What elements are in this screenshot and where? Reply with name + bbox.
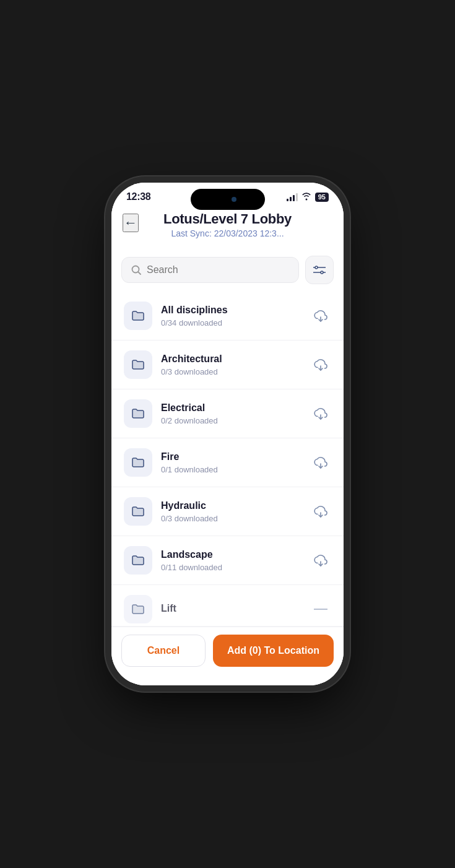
discipline-name: Fire	[161, 451, 301, 464]
download-button[interactable]	[310, 354, 331, 375]
discipline-folder-icon-wrapper	[124, 595, 152, 623]
status-bar: 12:38 95	[111, 183, 344, 206]
more-icon	[314, 608, 327, 610]
bottom-bar: Cancel Add (0) To Location	[111, 627, 344, 685]
download-cloud-icon	[312, 454, 329, 471]
header: ← Lotus/Level 7 Lobby Last Sync: 22/03/2…	[111, 206, 344, 248]
discipline-name: Hydraulic	[161, 500, 301, 513]
folder-icon	[131, 455, 145, 470]
folder-icon	[131, 357, 145, 372]
discipline-name: Lift	[161, 602, 301, 615]
download-button[interactable]	[310, 403, 331, 424]
screen: 12:38 95	[111, 183, 344, 685]
discipline-count: 0/3 downloaded	[161, 514, 301, 523]
folder-icon	[131, 504, 145, 519]
signal-bars-icon	[287, 193, 298, 201]
download-button[interactable]	[310, 452, 331, 473]
list-item[interactable]: Landscape 0/11 downloaded	[111, 536, 344, 585]
discipline-info: Electrical 0/2 downloaded	[161, 402, 301, 425]
download-button[interactable]	[310, 599, 331, 620]
folder-icon	[131, 406, 145, 421]
discipline-folder-icon-wrapper	[124, 546, 152, 575]
discipline-list: All disciplines 0/34 downloaded	[111, 292, 344, 627]
folder-icon	[131, 553, 145, 568]
discipline-folder-icon-wrapper	[124, 448, 152, 477]
download-button[interactable]	[310, 550, 331, 571]
phone-frame: 12:38 95	[111, 183, 344, 685]
filter-icon	[313, 265, 326, 275]
status-time: 12:38	[126, 191, 150, 202]
search-container	[111, 248, 344, 292]
discipline-info: Fire 0/1 downloaded	[161, 451, 301, 474]
discipline-info: Hydraulic 0/3 downloaded	[161, 500, 301, 523]
discipline-folder-icon-wrapper	[124, 350, 152, 379]
dynamic-island	[191, 189, 265, 210]
search-icon	[131, 264, 142, 276]
discipline-info: Lift	[161, 602, 301, 617]
discipline-name: Electrical	[161, 402, 301, 415]
list-item[interactable]: Architectural 0/3 downloaded	[111, 341, 344, 389]
download-cloud-icon	[312, 356, 329, 373]
list-item[interactable]: Hydraulic 0/3 downloaded	[111, 487, 344, 536]
list-item[interactable]: Electrical 0/2 downloaded	[111, 389, 344, 438]
list-item[interactable]: All disciplines 0/34 downloaded	[111, 292, 344, 341]
discipline-count: 0/11 downloaded	[161, 563, 301, 572]
list-item[interactable]: Fire 0/1 downloaded	[111, 438, 344, 487]
last-sync-label: Last Sync: 22/03/2023 12:3...	[124, 228, 331, 238]
discipline-count: 0/3 downloaded	[161, 367, 301, 376]
download-button[interactable]	[310, 305, 331, 326]
add-to-location-button[interactable]: Add (0) To Location	[213, 635, 334, 667]
discipline-folder-icon-wrapper	[124, 497, 152, 526]
download-cloud-icon	[312, 307, 329, 324]
discipline-info: All disciplines 0/34 downloaded	[161, 304, 301, 328]
folder-icon	[131, 308, 145, 323]
folder-icon	[131, 602, 145, 617]
discipline-name: Architectural	[161, 353, 301, 366]
discipline-count: 0/2 downloaded	[161, 416, 301, 425]
dynamic-island-dot	[232, 197, 236, 202]
battery-icon: 95	[315, 193, 329, 202]
page-title: Lotus/Level 7 Lobby	[124, 211, 331, 227]
svg-line-1	[138, 272, 141, 274]
filter-button[interactable]	[305, 256, 334, 284]
wifi-icon	[301, 192, 311, 202]
discipline-info: Architectural 0/3 downloaded	[161, 353, 301, 376]
discipline-folder-icon-wrapper	[124, 302, 152, 330]
discipline-folder-icon-wrapper	[124, 399, 152, 428]
discipline-name: All disciplines	[161, 304, 301, 317]
cancel-button[interactable]: Cancel	[121, 635, 206, 667]
download-button[interactable]	[310, 501, 331, 522]
discipline-info: Landscape 0/11 downloaded	[161, 549, 301, 572]
back-button[interactable]: ←	[123, 214, 139, 232]
status-icons: 95	[287, 192, 329, 202]
discipline-count: 0/1 downloaded	[161, 465, 301, 474]
discipline-name: Landscape	[161, 549, 301, 562]
download-cloud-icon	[312, 552, 329, 569]
search-input-wrapper[interactable]	[121, 257, 299, 283]
list-item[interactable]: Lift	[111, 585, 344, 627]
download-cloud-icon	[312, 405, 329, 422]
discipline-count: 0/34 downloaded	[161, 318, 301, 328]
search-input[interactable]	[147, 264, 290, 276]
download-cloud-icon	[312, 503, 329, 520]
